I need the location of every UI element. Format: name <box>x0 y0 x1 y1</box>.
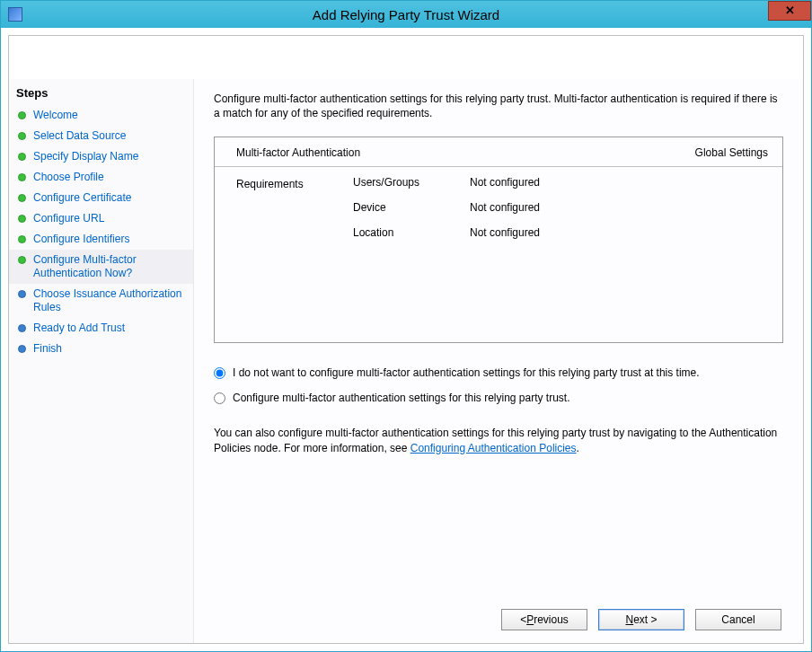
step-label: Configure Identifiers <box>33 233 186 246</box>
step-item[interactable]: Ready to Add Trust <box>9 318 193 339</box>
step-bullet-icon <box>18 132 26 140</box>
step-item[interactable]: Choose Profile <box>9 167 193 188</box>
mfa-requirement-value: Not configured <box>470 176 768 189</box>
step-item[interactable]: Finish <box>9 339 193 359</box>
wizard-banner <box>9 36 803 79</box>
step-item[interactable]: Configure Certificate <box>9 188 193 208</box>
step-bullet-icon <box>18 256 26 264</box>
window-body: Steps WelcomeSelect Data SourceSpecify D… <box>1 28 811 651</box>
intro-text: Configure multi-factor authentication se… <box>214 92 783 120</box>
cancel-button[interactable]: Cancel <box>695 609 781 630</box>
button-bar: < Previous Next > Cancel <box>214 600 783 634</box>
window-title: Add Relying Party Trust Wizard <box>1 7 811 22</box>
step-bullet-icon <box>18 215 26 223</box>
mfa-scope: Global Settings <box>695 146 768 159</box>
mfa-requirement-name: Users/Groups <box>353 176 470 189</box>
next-button[interactable]: Next > <box>598 609 684 630</box>
note-link[interactable]: Configuring Authentication Policies <box>410 442 577 454</box>
step-bullet-icon <box>18 173 26 181</box>
step-label: Choose Profile <box>33 171 186 184</box>
radio-skip-label: I do not want to configure multi-factor … <box>233 366 700 379</box>
close-button[interactable]: ✕ <box>768 1 811 21</box>
step-bullet-icon <box>18 345 26 353</box>
wizard-window: Add Relying Party Trust Wizard ✕ Steps W… <box>0 0 812 652</box>
mfa-body: Requirements Users/GroupsDeviceLocation … <box>215 167 782 248</box>
step-bullet-icon <box>18 153 26 161</box>
step-label: Ready to Add Trust <box>33 322 186 335</box>
radio-configure-mfa[interactable]: Configure multi-factor authentication se… <box>214 392 783 404</box>
mfa-requirement-name: Location <box>353 226 470 239</box>
mfa-requirement-value: Not configured <box>470 201 768 214</box>
mfa-header-row: Multi-factor Authentication Global Setti… <box>215 137 782 167</box>
radio-skip-mfa[interactable]: I do not want to configure multi-factor … <box>214 366 783 379</box>
mfa-requirement-value: Not configured <box>470 226 768 239</box>
radio-configure-input[interactable] <box>214 392 225 404</box>
step-bullet-icon <box>18 194 26 202</box>
step-label: Configure Multi-factor Authentication No… <box>33 253 186 280</box>
mfa-requirement-name: Device <box>353 201 470 214</box>
step-label: Select Data Source <box>33 129 186 143</box>
wizard-content-row: Steps WelcomeSelect Data SourceSpecify D… <box>9 79 803 643</box>
note-text: You can also configure multi-factor auth… <box>214 426 783 454</box>
mfa-settings-box: Multi-factor Authentication Global Setti… <box>214 137 783 343</box>
step-bullet-icon <box>18 290 26 298</box>
step-item[interactable]: Welcome <box>9 105 193 126</box>
step-item[interactable]: Specify Display Name <box>9 146 193 167</box>
previous-button[interactable]: < Previous <box>501 609 587 630</box>
radio-configure-label: Configure multi-factor authentication se… <box>233 392 570 404</box>
radio-skip-input[interactable] <box>214 367 225 379</box>
step-label: Finish <box>33 342 186 356</box>
step-item[interactable]: Configure Identifiers <box>9 229 193 250</box>
step-bullet-icon <box>18 324 26 332</box>
mfa-requirements-label: Requirements <box>236 176 353 190</box>
step-bullet-icon <box>18 235 26 243</box>
step-label: Configure URL <box>33 212 186 225</box>
step-item[interactable]: Choose Issuance Authorization Rules <box>9 284 193 318</box>
app-icon <box>8 7 22 22</box>
step-item[interactable]: Select Data Source <box>9 126 193 146</box>
step-label: Choose Issuance Authorization Rules <box>33 287 186 314</box>
steps-panel: Steps WelcomeSelect Data SourceSpecify D… <box>9 79 194 643</box>
step-label: Welcome <box>33 109 186 122</box>
step-item[interactable]: Configure URL <box>9 208 193 229</box>
step-bullet-icon <box>18 111 26 119</box>
step-label: Specify Display Name <box>33 150 186 163</box>
note-suffix: . <box>577 442 579 454</box>
content-panel: Configure multi-factor authentication se… <box>194 79 803 643</box>
step-item[interactable]: Configure Multi-factor Authentication No… <box>9 250 193 284</box>
wizard-frame: Steps WelcomeSelect Data SourceSpecify D… <box>8 35 804 644</box>
steps-header: Steps <box>9 83 193 105</box>
step-label: Configure Certificate <box>33 191 186 205</box>
mfa-title: Multi-factor Authentication <box>236 146 360 159</box>
title-bar: Add Relying Party Trust Wizard ✕ <box>1 1 811 28</box>
